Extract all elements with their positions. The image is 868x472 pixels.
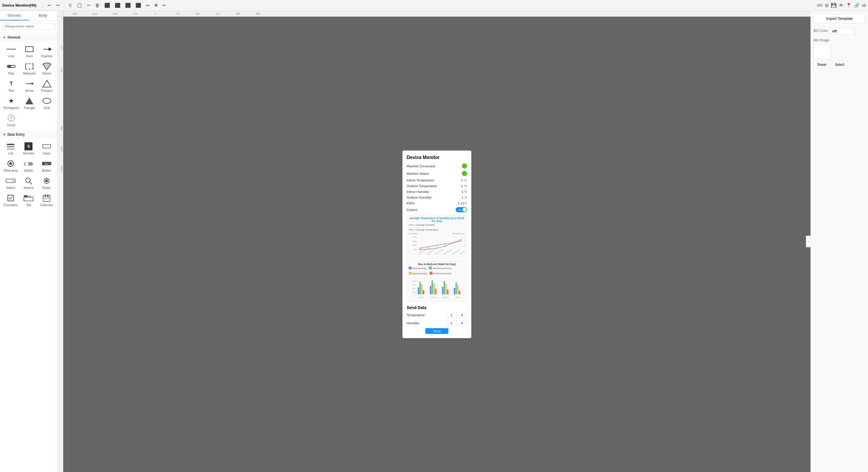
calendar-icon [41, 194, 52, 202]
pen-button[interactable]: ✏ [161, 2, 167, 9]
svg-point-23 [45, 179, 48, 182]
bg-select-button[interactable]: Select [831, 61, 848, 68]
toggle-right-panel-button[interactable]: › [806, 236, 810, 247]
elem-list[interactable]: List [2, 141, 19, 157]
select-icon: ▾ [5, 177, 16, 185]
align-bottom-button[interactable]: ⬛ [134, 2, 143, 9]
location-icon[interactable]: 📍 [846, 3, 851, 8]
switch-icon [23, 160, 34, 168]
text-icon: T [6, 80, 17, 88]
bg-color-input[interactable] [830, 28, 855, 35]
align-right-button[interactable]: ⬛ [114, 2, 122, 9]
elem-pentagram[interactable]: ★ Pentagram [2, 95, 20, 111]
elem-pipeline[interactable]: Pipeline [38, 43, 55, 60]
elem-radio[interactable]: Radio [38, 175, 55, 191]
left-tabs: Elemets Body [0, 11, 57, 21]
redo-button[interactable]: ↪ [55, 2, 61, 9]
flip-h-button[interactable]: ⇔ [145, 2, 151, 9]
bg-image-section: BG Image Reset Select [814, 38, 865, 69]
oval-icon [42, 97, 52, 105]
elem-sector[interactable]: Sector [38, 61, 55, 77]
delete-button[interactable]: 🗑 [94, 2, 101, 9]
send-humidity-input2[interactable] [457, 320, 467, 326]
elem-pipe[interactable]: Pipe [2, 61, 20, 77]
sector-icon [42, 62, 52, 70]
share-icon[interactable]: 🔗 [854, 3, 860, 8]
section-data-entry[interactable]: ▼ Data Entry [0, 131, 57, 138]
input-label: Input [43, 151, 50, 155]
elem-calendar[interactable]: Calendar [38, 192, 55, 208]
pipe-icon [6, 62, 17, 70]
control-toggle[interactable]: on [456, 207, 467, 212]
elem-clock[interactable]: 🕐 Clock [2, 112, 20, 129]
elem-marquee[interactable]: Marquee [21, 61, 38, 77]
elem-button[interactable]: Btn Button [38, 158, 55, 174]
svg-text:30%: 30% [464, 236, 465, 238]
elem-triangle[interactable]: Triangle [21, 95, 38, 111]
elements-panel: ▼ General Line Rect [0, 32, 57, 472]
tab-elements[interactable]: Elemets [0, 11, 29, 21]
elem-line[interactable]: Line [2, 43, 20, 60]
elem-polygon[interactable]: Polygon [38, 78, 55, 94]
elem-select[interactable]: ▾ Select [2, 175, 19, 191]
undo-button[interactable]: ↩ [46, 2, 52, 9]
section-general-label: General [7, 35, 21, 39]
text-label: Text [8, 89, 14, 92]
svg-point-66 [460, 241, 461, 242]
paste-button[interactable]: 📋 [75, 2, 84, 9]
elem-search[interactable]: Search [20, 175, 37, 191]
svg-marker-6 [25, 97, 33, 104]
legend1-temp-dot [409, 229, 413, 230]
canvas-area[interactable]: -680 -510 -340 -170 0 170 340 510 680 85… [58, 11, 810, 472]
search-input[interactable] [2, 23, 55, 30]
import-template-button[interactable]: Import Template [814, 14, 865, 23]
send-button[interactable]: Send [425, 328, 448, 334]
bg-reset-button[interactable]: Reset [814, 61, 830, 68]
elem-text[interactable]: T Text [2, 78, 20, 94]
send-temp-input1[interactable] [446, 312, 457, 318]
elem-oval[interactable]: Oval [38, 95, 55, 111]
preview-icon[interactable]: 👁 [839, 3, 843, 8]
radio-icon [41, 177, 52, 185]
cut-button[interactable]: ✂ [86, 2, 92, 9]
triangle-icon [24, 97, 34, 105]
elem-number[interactable]: 5 Number [20, 141, 37, 157]
tab-body[interactable]: Body [29, 11, 58, 21]
ruler-top: -680 -510 -340 -170 0 170 340 510 680 85… [63, 11, 810, 17]
switch-label: Switch [24, 169, 33, 172]
send-row-humidity: Humidity: [407, 320, 467, 326]
copy-button[interactable]: ⎘ [68, 2, 73, 9]
legend2-max-temp: Max(Temperature) [429, 267, 451, 270]
device-row-control: Control: on [407, 207, 467, 212]
align-top-button[interactable]: ⬛ [124, 2, 132, 9]
svg-marker-4 [32, 82, 34, 85]
toolbar: Device Monitor(H5) ↩ ↪ ⎘ 📋 ✂ 🗑 ⬛ ⬛ ⬛ ⬛ ⇔… [0, 0, 868, 11]
toolbar-sep-1 [42, 2, 43, 9]
svg-text:850: 850 [60, 126, 63, 130]
resolution-icon[interactable]: 269 [817, 3, 823, 7]
rect-label: Rect [26, 54, 33, 58]
svg-text:2024-04-20: 2024-04-20 [426, 249, 435, 255]
send-temp-input2[interactable] [457, 312, 467, 318]
elem-input[interactable]: Input [38, 141, 55, 157]
elem-rect[interactable]: Rect [21, 43, 38, 60]
elem-arrow[interactable]: Arrow [21, 78, 38, 94]
elem-pilotlamp[interactable]: PilotLamp [2, 158, 19, 174]
tab-icon [23, 194, 34, 202]
send-humidity-input1[interactable] [446, 320, 457, 326]
save-icon[interactable]: 💾 [831, 3, 837, 8]
legend2-min-humidity-label: Min(Humidity) [412, 267, 427, 269]
polygon-label: Polygon [41, 89, 53, 92]
elem-tab[interactable]: Tab [20, 192, 37, 208]
elem-checkbox[interactable]: Checkbox [2, 192, 19, 208]
svg-rect-24 [8, 195, 13, 201]
section-general[interactable]: ▼ General [0, 34, 57, 41]
canvas-viewport[interactable]: Device Monitor Machine Connected: Machin… [63, 17, 810, 472]
align-left-button[interactable]: ⬛ [103, 2, 111, 9]
elem-switch[interactable]: Switch [20, 158, 37, 174]
indoor-humidity-unit: % [464, 190, 467, 193]
move-button[interactable]: ✥ [153, 2, 159, 9]
svg-point-70 [445, 245, 446, 247]
svg-rect-97 [433, 283, 435, 294]
grid-icon[interactable]: ⊞ [825, 3, 829, 8]
